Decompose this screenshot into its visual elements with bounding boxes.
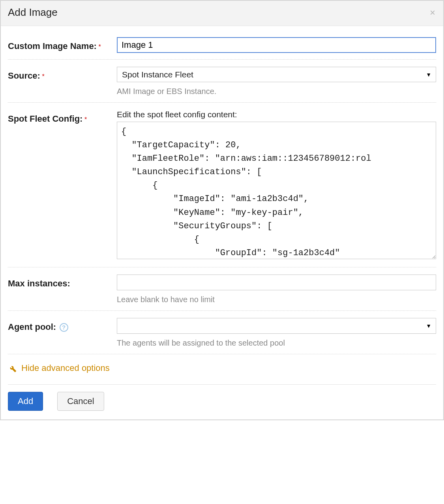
image-name-label: Custom Image Name: — [8, 41, 97, 51]
dialog-header: Add Image × — [1, 1, 443, 26]
input-col: ▼ The agents will be assigned to the sel… — [117, 318, 436, 348]
cancel-button[interactable]: Cancel — [57, 392, 104, 411]
add-button[interactable]: Add — [8, 392, 43, 411]
source-label: Source: — [8, 71, 40, 81]
dialog-footer: Add Cancel — [8, 384, 436, 419]
max-instances-input[interactable] — [117, 275, 436, 290]
agent-pool-helper: The agents will be assigned to the selec… — [117, 339, 436, 348]
label-col: Source: * — [8, 67, 117, 82]
label-col: Agent pool: ? — [8, 318, 117, 333]
agent-pool-select[interactable] — [117, 318, 436, 334]
hide-advanced-link[interactable]: Hide advanced options — [8, 363, 110, 373]
source-select[interactable]: Spot Instance Fleet — [117, 67, 436, 82]
row-max-instances: Max instances: Leave blank to have no li… — [8, 267, 436, 311]
source-select-wrap: Spot Instance Fleet ▼ — [117, 67, 436, 82]
dialog-body: Custom Image Name: * Source: * Spot Inst… — [1, 26, 443, 384]
agent-pool-label: Agent pool: — [8, 322, 56, 332]
label-col: Spot Fleet Config: * — [8, 110, 117, 125]
required-marker: * — [98, 43, 101, 50]
help-icon[interactable]: ? — [60, 323, 68, 332]
wrench-icon — [8, 364, 17, 372]
label-col: Custom Image Name: * — [8, 37, 117, 53]
max-instances-label: Max instances: — [8, 278, 70, 288]
advanced-link-text: Hide advanced options — [21, 363, 110, 373]
row-source: Source: * Spot Instance Fleet ▼ AMI Imag… — [8, 60, 436, 103]
spot-fleet-label: Spot Fleet Config: — [8, 114, 82, 124]
input-col — [117, 37, 436, 53]
row-agent-pool: Agent pool: ? ▼ The agents will be assig… — [8, 311, 436, 354]
input-col: Leave blank to have no limit — [117, 275, 436, 304]
row-spot-fleet: Spot Fleet Config: * Edit the spot fleet… — [8, 103, 436, 267]
spot-fleet-textarea[interactable] — [117, 122, 436, 259]
agent-pool-select-wrap: ▼ — [117, 318, 436, 334]
required-marker: * — [42, 73, 44, 80]
spot-fleet-hint: Edit the spot fleet config content: — [117, 110, 436, 119]
source-helper: AMI Image or EBS Instance. — [117, 87, 436, 96]
label-col: Max instances: — [8, 275, 117, 290]
required-marker: * — [84, 116, 87, 123]
close-icon[interactable]: × — [430, 8, 435, 17]
max-instances-helper: Leave blank to have no limit — [117, 295, 436, 304]
row-advanced: Hide advanced options — [8, 354, 436, 384]
input-col: Spot Instance Fleet ▼ AMI Image or EBS I… — [117, 67, 436, 96]
image-name-input[interactable] — [117, 37, 436, 53]
input-col: Edit the spot fleet config content: — [117, 110, 436, 261]
dialog-title: Add Image — [8, 6, 58, 19]
row-image-name: Custom Image Name: * — [8, 35, 436, 60]
